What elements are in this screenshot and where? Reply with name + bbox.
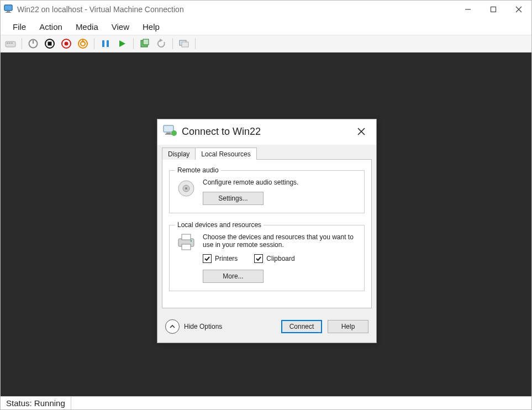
separator (94, 38, 94, 49)
separator (172, 38, 173, 49)
svg-rect-31 (165, 134, 172, 135)
connect-dialog: Connect to Win22 Display Local Resources… (157, 119, 377, 343)
svg-rect-21 (102, 40, 104, 47)
shut-down-button[interactable] (43, 37, 56, 50)
dialog-header: Connect to Win22 (157, 119, 376, 144)
svg-point-41 (191, 240, 192, 242)
tabstrip: Display Local Resources (157, 145, 376, 159)
maximize-button[interactable] (481, 1, 506, 18)
turn-off-button[interactable] (27, 37, 40, 50)
menu-file[interactable]: File (6, 20, 33, 34)
svg-marker-23 (119, 40, 125, 47)
remote-audio-legend: Remote audio (175, 166, 221, 174)
svg-rect-40 (182, 244, 191, 250)
separator (133, 38, 134, 49)
separator (195, 38, 196, 49)
printer-icon (175, 233, 197, 255)
revert-button[interactable] (155, 37, 168, 50)
monitor-icon (4, 4, 14, 15)
svg-rect-2 (7, 11, 10, 12)
printers-checkbox[interactable]: Printers (203, 254, 238, 263)
local-devices-legend: Local devices and resources (175, 221, 264, 229)
checkpoint-button[interactable] (138, 37, 151, 50)
statusbar: Status: Running (1, 396, 531, 409)
more-button[interactable]: More... (203, 270, 264, 283)
clipboard-checkbox[interactable]: Clipboard (254, 254, 294, 263)
local-devices-desc: Choose the devices and resources that yo… (203, 233, 359, 249)
svg-rect-10 (9, 43, 10, 44)
menu-media[interactable]: Media (69, 20, 105, 34)
dialog-body: Display Local Resources Remote audio Con… (157, 145, 376, 343)
pause-button[interactable] (99, 37, 112, 50)
monitor-connect-icon (163, 124, 177, 139)
hide-options-label: Hide Options (184, 323, 222, 330)
save-button[interactable] (60, 37, 73, 50)
svg-rect-3 (6, 12, 11, 13)
svg-rect-39 (182, 234, 191, 240)
status-text: Status: Running (1, 397, 71, 409)
app-window: Win22 on localhost - Virtual Machine Con… (0, 0, 532, 410)
printers-label: Printers (215, 255, 238, 262)
svg-marker-26 (160, 39, 163, 42)
svg-rect-25 (143, 39, 149, 45)
reset-button[interactable] (76, 37, 89, 50)
hide-options-toggle[interactable]: Hide Options (165, 319, 222, 334)
local-devices-group: Local devices and resources Choose the d… (169, 221, 365, 291)
dialog-title: Connect to Win22 (182, 126, 261, 138)
help-button[interactable]: Help (328, 320, 368, 333)
audio-settings-button[interactable]: Settings... (203, 192, 264, 205)
speaker-icon (175, 178, 197, 201)
svg-rect-15 (48, 42, 52, 46)
menu-view[interactable]: View (105, 20, 136, 34)
svg-rect-8 (6, 41, 15, 47)
connect-button[interactable]: Connect (281, 320, 322, 333)
minimize-button[interactable] (455, 1, 481, 18)
remote-audio-desc: Configure remote audio settings. (203, 178, 359, 186)
menubar: File Action Media View Help (1, 18, 531, 35)
enhanced-session-button[interactable] (177, 37, 191, 50)
chevron-up-icon (165, 319, 180, 334)
dialog-footer: Hide Options Connect Help (157, 313, 376, 343)
svg-rect-9 (7, 43, 8, 44)
window-title: Win22 on localhost - Virtual Machine Con… (17, 5, 184, 14)
tab-local-resources[interactable]: Local Resources (195, 148, 256, 160)
close-button[interactable] (506, 1, 531, 18)
svg-rect-22 (107, 40, 109, 47)
svg-rect-0 (4, 5, 12, 10)
start-button[interactable] (115, 37, 129, 50)
toolbar (1, 35, 531, 52)
clipboard-label: Clipboard (266, 255, 294, 262)
svg-rect-11 (11, 43, 13, 44)
menu-help[interactable]: Help (136, 20, 166, 34)
svg-point-32 (171, 130, 177, 136)
svg-point-17 (65, 42, 69, 46)
svg-rect-29 (164, 125, 173, 132)
ctrl-alt-del-button[interactable] (4, 37, 17, 50)
svg-rect-30 (166, 133, 171, 134)
menu-action[interactable]: Action (33, 20, 69, 34)
vm-display-area: Connect to Win22 Display Local Resources… (1, 52, 531, 396)
svg-point-37 (185, 187, 187, 190)
svg-rect-5 (491, 7, 496, 12)
dialog-close-button[interactable] (352, 122, 371, 141)
tab-display[interactable]: Display (162, 148, 196, 160)
remote-audio-group: Remote audio Configure remote audio sett… (169, 166, 365, 213)
tab-panel-local-resources: Remote audio Configure remote audio sett… (162, 159, 372, 308)
titlebar: Win22 on localhost - Virtual Machine Con… (1, 1, 531, 18)
separator (22, 38, 22, 49)
svg-rect-28 (182, 42, 188, 47)
